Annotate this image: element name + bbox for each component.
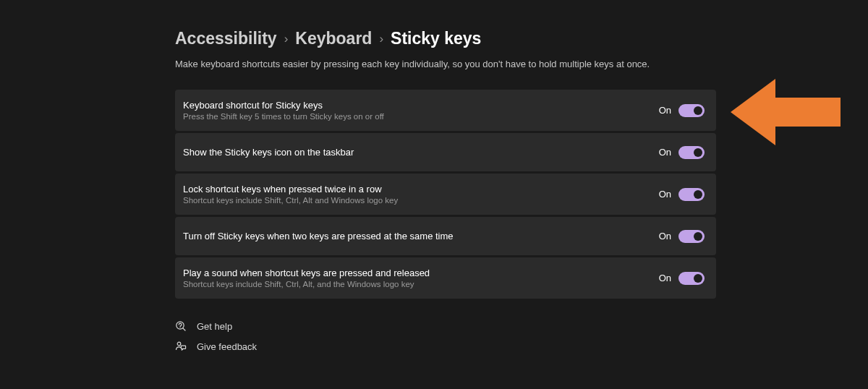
setting-title: Keyboard shortcut for Sticky keys xyxy=(183,100,384,111)
breadcrumb-current: Sticky keys xyxy=(391,29,481,48)
feedback-icon xyxy=(175,341,187,352)
setting-desc: Shortcut keys include Shift, Ctrl, Alt a… xyxy=(183,196,398,205)
setting-title: Play a sound when shortcut keys are pres… xyxy=(183,268,430,278)
svg-point-1 xyxy=(180,328,181,328)
toggle-state-label: On xyxy=(659,273,671,283)
page-subtitle: Make keyboard shortcuts easier by pressi… xyxy=(175,59,716,69)
toggle-two-keys[interactable] xyxy=(678,230,705,243)
give-feedback-link[interactable]: Give feedback xyxy=(175,341,716,352)
toggle-lock-keys[interactable] xyxy=(678,188,705,201)
chevron-right-icon: › xyxy=(284,32,289,46)
setting-row-two-keys: Turn off Sticky keys when two keys are p… xyxy=(175,217,716,255)
setting-desc: Shortcut keys include Shift, Ctrl, Alt, … xyxy=(183,280,430,288)
get-help-link[interactable]: Get help xyxy=(175,320,716,332)
toggle-play-sound[interactable] xyxy=(678,272,705,285)
toggle-state-label: On xyxy=(659,189,671,200)
setting-row-taskbar-icon: Show the Sticky keys icon on the taskbar… xyxy=(175,133,716,171)
setting-row-play-sound: Play a sound when shortcut keys are pres… xyxy=(175,257,716,299)
help-icon xyxy=(175,320,187,332)
toggle-state-label: On xyxy=(659,231,671,241)
svg-marker-4 xyxy=(731,79,841,145)
svg-point-2 xyxy=(177,342,181,346)
setting-row-lock-keys: Lock shortcut keys when pressed twice in… xyxy=(175,174,716,215)
setting-title: Show the Sticky keys icon on the taskbar xyxy=(183,147,354,158)
link-label: Give feedback xyxy=(197,341,257,352)
toggle-taskbar-icon[interactable] xyxy=(678,146,705,159)
setting-row-shortcut: Keyboard shortcut for Sticky keys Press … xyxy=(175,90,716,131)
chevron-right-icon: › xyxy=(379,32,383,46)
breadcrumb-keyboard[interactable]: Keyboard xyxy=(295,29,372,48)
toggle-state-label: On xyxy=(659,105,671,116)
setting-title: Lock shortcut keys when pressed twice in… xyxy=(183,184,398,194)
svg-rect-3 xyxy=(181,346,185,349)
breadcrumb: Accessibility › Keyboard › Sticky keys xyxy=(175,29,716,48)
toggle-shortcut[interactable] xyxy=(678,104,705,117)
link-label: Get help xyxy=(197,321,232,332)
setting-title: Turn off Sticky keys when two keys are p… xyxy=(183,231,454,241)
toggle-state-label: On xyxy=(659,147,671,158)
callout-arrow-icon xyxy=(731,76,841,148)
setting-desc: Press the Shift key 5 times to turn Stic… xyxy=(183,112,384,121)
breadcrumb-accessibility[interactable]: Accessibility xyxy=(175,29,277,48)
